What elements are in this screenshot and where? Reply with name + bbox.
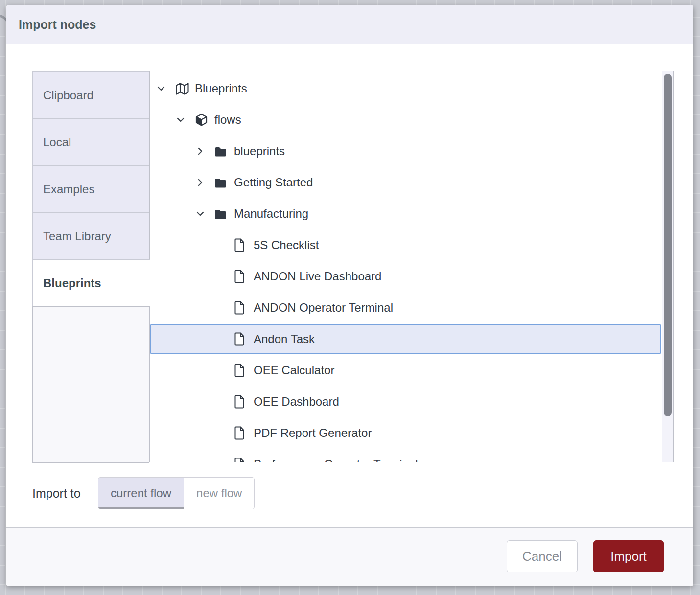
- tree-item-blueprints[interactable]: blueprints: [150, 136, 662, 167]
- chevron-spacer: [215, 459, 234, 462]
- tree-item-andon-task[interactable]: Andon Task: [150, 323, 662, 355]
- chevron-right-icon[interactable]: [195, 177, 214, 188]
- chevron-spacer: [215, 365, 234, 376]
- tree-item-flows[interactable]: flows: [150, 104, 662, 136]
- tree-item-label: 5S Checklist: [254, 238, 319, 252]
- file-icon: [234, 364, 254, 377]
- library-tree-panel: BlueprintsflowsblueprintsGetting Started…: [149, 71, 674, 462]
- scrollbar-track[interactable]: [662, 71, 673, 462]
- chevron-down-icon[interactable]: [156, 83, 175, 94]
- tree-item-label: OEE Dashboard: [254, 395, 339, 409]
- tree-item-label: ANDON Operator Terminal: [254, 301, 393, 315]
- file-icon: [234, 301, 254, 315]
- sidebar-tab-examples[interactable]: Examples: [32, 165, 149, 212]
- file-icon: [234, 458, 254, 462]
- import-to-label: Import to: [32, 477, 81, 509]
- tree-item-label: Getting Started: [234, 176, 313, 189]
- file-icon: [234, 270, 254, 283]
- tree-item-pdf-report-generator[interactable]: PDF Report Generator: [150, 417, 662, 449]
- chevron-spacer: [215, 271, 234, 282]
- tree-item-oee-calculator[interactable]: OEE Calculator: [150, 355, 662, 386]
- sidebar-tab-clipboard[interactable]: Clipboard: [32, 71, 149, 118]
- tree-item-label: Manufacturing: [234, 207, 308, 221]
- tree-item-manufacturing[interactable]: Manufacturing: [150, 198, 662, 229]
- import-button[interactable]: Import: [593, 540, 664, 572]
- import-target-option-current-flow[interactable]: current flow: [98, 478, 184, 509]
- import-target-toggle: current flownew flow: [98, 477, 255, 509]
- file-icon: [234, 332, 254, 346]
- tree-item-label: PDF Report Generator: [254, 426, 372, 440]
- sidebar-tab-team-library[interactable]: Team Library: [32, 212, 149, 259]
- tree-item-label: Performance Operator Terminal: [254, 458, 418, 462]
- tree-rows: BlueprintsflowsblueprintsGetting Started…: [150, 71, 662, 462]
- chevron-spacer: [215, 428, 234, 438]
- import-target-option-new-flow[interactable]: new flow: [184, 478, 254, 509]
- chevron-spacer: [215, 302, 234, 313]
- dialog-header: Import nodes: [6, 5, 693, 44]
- chevron-right-icon[interactable]: [195, 146, 214, 157]
- map-icon: [175, 82, 195, 95]
- folder-icon: [214, 176, 234, 189]
- dialog-title: Import nodes: [19, 18, 96, 32]
- scrollbar-thumb[interactable]: [664, 74, 672, 416]
- file-icon: [234, 395, 254, 409]
- tree-item-label: Blueprints: [195, 82, 247, 95]
- tree-item-5s-checklist[interactable]: 5S Checklist: [150, 229, 662, 261]
- tree-item-getting-started[interactable]: Getting Started: [150, 167, 662, 198]
- chevron-down-icon[interactable]: [176, 114, 195, 125]
- sidebar-tabs: ClipboardLocalExamplesTeam LibraryBluepr…: [32, 71, 149, 306]
- dialog-footer: Cancel Import: [6, 527, 693, 586]
- folder-icon: [214, 144, 234, 158]
- tree-item-andon-live-dashboard[interactable]: ANDON Live Dashboard: [150, 261, 662, 292]
- tree-item-label: Andon Task: [254, 332, 315, 346]
- sidebar-tab-blueprints[interactable]: Blueprints: [32, 259, 150, 306]
- import-to-row: Import to current flownew flow: [6, 477, 693, 509]
- tree-item-label: ANDON Live Dashboard: [254, 270, 381, 283]
- tree-item-label: OEE Calculator: [254, 364, 334, 377]
- import-nodes-dialog: Import nodes ClipboardLocalExamplesTeam …: [6, 5, 693, 586]
- tree-item-performance-operator-terminal[interactable]: Performance Operator Terminal: [150, 449, 662, 462]
- file-icon: [234, 426, 254, 440]
- tree-item-andon-operator-terminal[interactable]: ANDON Operator Terminal: [150, 292, 662, 323]
- file-icon: [234, 238, 254, 252]
- chevron-down-icon[interactable]: [195, 208, 214, 219]
- sidebar-filler-panel: [32, 306, 149, 463]
- chevron-spacer: [215, 396, 234, 407]
- tree-item-blueprints[interactable]: Blueprints: [150, 73, 662, 104]
- tree-item-label: blueprints: [234, 144, 285, 158]
- cube-icon: [195, 113, 214, 127]
- chevron-spacer: [215, 240, 234, 251]
- sidebar-tab-local[interactable]: Local: [32, 118, 149, 165]
- cancel-button[interactable]: Cancel: [507, 540, 578, 572]
- tree-item-label: flows: [214, 113, 241, 127]
- folder-icon: [214, 207, 234, 221]
- chevron-spacer: [215, 334, 234, 344]
- tree-item-oee-dashboard[interactable]: OEE Dashboard: [150, 386, 662, 417]
